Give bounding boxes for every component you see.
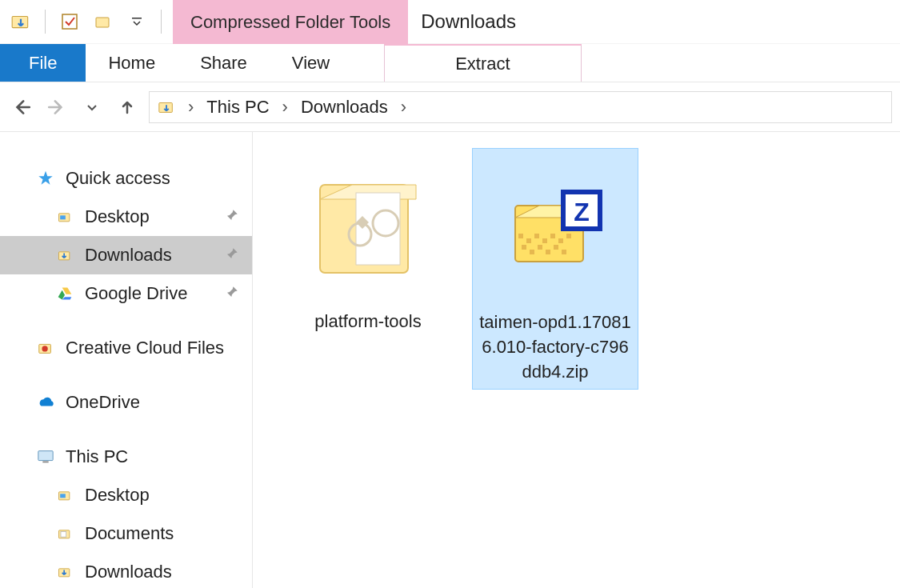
svg-rect-30 <box>530 250 534 254</box>
svg-rect-2 <box>96 18 109 27</box>
pin-icon <box>225 245 239 266</box>
new-folder-icon[interactable] <box>92 10 114 33</box>
svg-rect-25 <box>542 238 547 243</box>
folder-down-icon <box>56 563 74 581</box>
file-label: taimen-opd1.170816.010-factory-c796ddb4.… <box>478 310 633 384</box>
tree-google-drive[interactable]: Google Drive <box>0 274 252 313</box>
chevron-right-icon[interactable]: › <box>282 97 288 118</box>
tree-label: Desktop <box>85 206 150 227</box>
google-drive-icon <box>56 285 74 302</box>
chevron-right-icon[interactable]: › <box>188 97 194 118</box>
tree-label: Quick access <box>66 168 170 189</box>
svg-rect-27 <box>558 238 563 243</box>
svg-text:Z: Z <box>574 198 590 226</box>
tab-share[interactable]: Share <box>178 44 270 82</box>
context-tab-group-label: Compressed Folder Tools <box>173 0 408 44</box>
tree-this-pc[interactable]: This PC <box>0 438 252 476</box>
svg-rect-3 <box>132 18 142 19</box>
tree-label: Downloads <box>85 562 172 582</box>
svg-rect-31 <box>538 245 542 250</box>
pc-icon <box>37 448 54 466</box>
svg-rect-23 <box>526 238 531 243</box>
pin-icon <box>225 206 239 227</box>
properties-check-icon[interactable] <box>58 10 81 33</box>
tab-extract[interactable]: Extract <box>384 44 581 82</box>
svg-rect-18 <box>356 193 400 265</box>
folder-down-icon <box>56 246 74 264</box>
tree-label: Downloads <box>85 245 172 266</box>
tab-file[interactable]: File <box>0 44 86 82</box>
tree-onedrive[interactable]: OneDrive <box>0 383 252 422</box>
svg-rect-33 <box>554 245 558 250</box>
tree-label: Google Drive <box>85 283 187 304</box>
nav-history-dropdown-icon[interactable] <box>78 94 106 121</box>
tree-label: Desktop <box>85 485 150 506</box>
folder-down-icon[interactable] <box>10 10 32 33</box>
svg-rect-10 <box>38 451 53 461</box>
folder-icon <box>56 486 74 504</box>
star-icon <box>37 170 54 187</box>
qat-dropdown-icon[interactable] <box>126 10 148 33</box>
svg-rect-11 <box>42 462 48 463</box>
tree-creative-cloud[interactable]: Creative Cloud Files <box>0 329 252 367</box>
address-bar[interactable]: › This PC › Downloads › <box>149 91 892 123</box>
tree-pc-desktop[interactable]: Desktop <box>0 476 252 514</box>
tab-view[interactable]: View <box>270 44 352 82</box>
folder-icon <box>56 525 74 542</box>
svg-rect-29 <box>522 245 526 250</box>
svg-rect-24 <box>534 234 539 238</box>
navigation-tree: Quick access Desktop Downloads Google Dr… <box>0 132 253 588</box>
svg-rect-28 <box>566 234 571 238</box>
tree-pc-downloads[interactable]: Downloads <box>0 553 252 588</box>
svg-rect-26 <box>550 234 555 238</box>
file-item-folder[interactable]: platform-tools <box>285 148 451 339</box>
svg-point-9 <box>42 346 47 351</box>
tree-pc-documents[interactable]: Documents <box>0 514 252 553</box>
svg-rect-6 <box>60 215 66 219</box>
nav-forward-icon[interactable] <box>43 94 70 121</box>
nav-back-icon[interactable] <box>8 94 35 121</box>
tree-label: OneDrive <box>66 392 140 413</box>
file-label: platform-tools <box>314 310 421 334</box>
tree-label: Creative Cloud Files <box>66 338 224 358</box>
folder-down-icon <box>158 98 175 116</box>
svg-rect-13 <box>60 494 66 498</box>
folder-icon <box>56 208 74 226</box>
onedrive-icon <box>37 394 54 411</box>
creative-cloud-icon <box>37 339 54 357</box>
svg-rect-34 <box>562 250 566 254</box>
pin-icon <box>225 283 239 304</box>
tree-label: This PC <box>66 446 128 467</box>
nav-up-icon[interactable] <box>114 94 141 121</box>
tree-quick-access[interactable]: Quick access <box>0 159 252 198</box>
chevron-right-icon[interactable]: › <box>401 97 406 118</box>
svg-rect-15 <box>61 532 66 538</box>
breadcrumb-root[interactable]: This PC <box>206 97 269 118</box>
breadcrumb-current[interactable]: Downloads <box>301 97 388 118</box>
file-list[interactable]: platform-tools Z taimen-opd1.170816.010-… <box>253 132 900 588</box>
file-item-zip[interactable]: Z taimen-opd1.170816.010-factory-c796ddb… <box>472 148 638 390</box>
tree-desktop[interactable]: Desktop <box>0 198 252 236</box>
svg-rect-32 <box>546 250 550 254</box>
tree-downloads[interactable]: Downloads <box>0 236 252 274</box>
window-title: Downloads <box>408 0 516 43</box>
tab-home[interactable]: Home <box>86 44 178 82</box>
svg-rect-22 <box>518 234 523 238</box>
tree-label: Documents <box>85 523 174 544</box>
svg-rect-1 <box>62 14 77 29</box>
